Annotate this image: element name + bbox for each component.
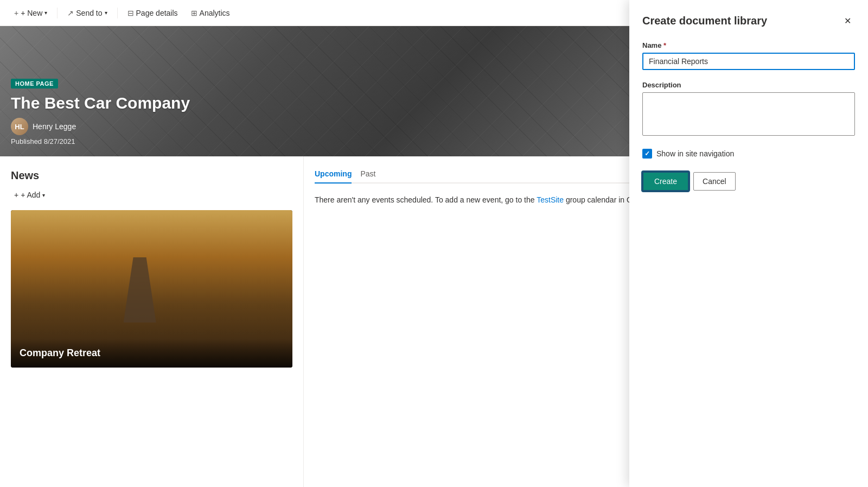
description-input[interactable] xyxy=(642,92,855,136)
plus-icon-2: + xyxy=(14,191,18,199)
name-field-group: Name * xyxy=(642,41,855,70)
analytics-icon: ⊞ xyxy=(191,9,197,17)
show-in-nav-checkbox[interactable] xyxy=(642,149,652,159)
news-card-title: Company Retreat xyxy=(20,347,284,359)
news-section-title: News xyxy=(11,169,292,182)
name-label-text: Name xyxy=(642,41,661,49)
analytics-label: Analytics xyxy=(200,9,230,17)
separator-2 xyxy=(117,8,118,18)
panel-actions: Create Cancel xyxy=(642,172,855,191)
create-button[interactable]: Create xyxy=(642,172,689,191)
show-in-nav-row: Show in site navigation xyxy=(642,149,855,159)
new-label: + New xyxy=(21,9,42,17)
chevron-down-icon-2: ▾ xyxy=(105,10,107,16)
close-icon: ✕ xyxy=(844,16,851,26)
author-row: HL Henry Legge xyxy=(11,118,190,135)
show-in-nav-label: Show in site navigation xyxy=(656,149,734,158)
hero-overlay: HOME PAGE The Best Car Company HL Henry … xyxy=(0,67,201,156)
plus-icon: + xyxy=(14,9,18,17)
send-to-button[interactable]: ↗ Send to ▾ xyxy=(62,5,112,21)
published-date: Published 8/27/2021 xyxy=(11,137,190,146)
analytics-button[interactable]: ⊞ Analytics xyxy=(186,5,235,21)
avatar: HL xyxy=(11,118,28,135)
panel-title: Create document library xyxy=(642,15,767,27)
cancel-button[interactable]: Cancel xyxy=(693,172,736,191)
page-details-label: Page details xyxy=(136,9,178,17)
panel-header: Create document library ✕ xyxy=(642,13,855,28)
chevron-down-icon: ▾ xyxy=(44,10,47,16)
news-panel: News + + Add ▾ Company Retreat xyxy=(0,156,304,487)
events-empty-text-before: There aren't any events scheduled. To ad… xyxy=(315,195,537,204)
home-page-badge: HOME PAGE xyxy=(11,79,58,88)
add-news-button[interactable]: + + Add ▾ xyxy=(11,188,48,201)
name-input[interactable] xyxy=(642,53,855,70)
add-label: + Add xyxy=(21,191,40,199)
send-icon: ↗ xyxy=(67,9,74,17)
chevron-down-icon-3: ▾ xyxy=(42,192,45,198)
create-document-library-panel: Create document library ✕ Name * Descrip… xyxy=(629,0,868,487)
description-label: Description xyxy=(642,81,855,89)
new-button[interactable]: + + New ▾ xyxy=(9,5,53,21)
tab-past[interactable]: Past xyxy=(360,169,375,184)
panel-close-button[interactable]: ✕ xyxy=(840,13,855,28)
author-name: Henry Legge xyxy=(33,122,76,131)
page-details-button[interactable]: ⊟ Page details xyxy=(122,5,183,21)
news-card[interactable]: Company Retreat xyxy=(11,210,292,368)
required-indicator: * xyxy=(663,41,666,49)
separator-1 xyxy=(57,8,58,18)
send-to-label: Send to xyxy=(76,9,102,17)
news-card-overlay: Company Retreat xyxy=(11,339,292,368)
page-title: The Best Car Company xyxy=(11,94,190,112)
tab-upcoming[interactable]: Upcoming xyxy=(315,169,352,184)
page-icon: ⊟ xyxy=(127,9,134,17)
avatar-initials: HL xyxy=(15,123,24,131)
create-button-wrapper: Create xyxy=(642,172,689,191)
name-label: Name * xyxy=(642,41,855,49)
testsite-link[interactable]: TestSite xyxy=(537,195,564,204)
description-field-group: Description xyxy=(642,81,855,138)
